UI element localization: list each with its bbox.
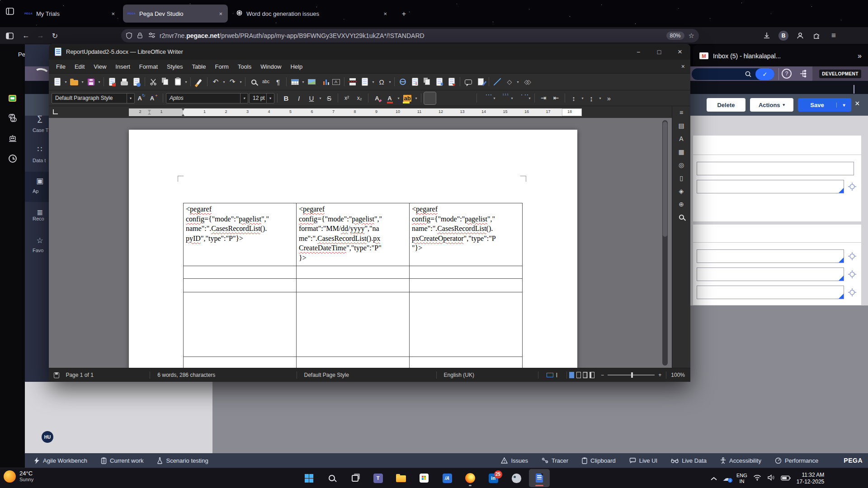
onedrive-cloud-icon[interactable]: ☁i (723, 474, 731, 483)
zoom-out-icon[interactable]: − (601, 372, 604, 378)
open-dropdown[interactable] (80, 76, 85, 88)
volume-icon[interactable] (767, 474, 775, 483)
property-input-5[interactable] (697, 286, 844, 299)
formatting-marks-button[interactable]: ¶ (272, 76, 284, 88)
superscript-button[interactable]: x² (341, 92, 353, 104)
new-style-button[interactable]: A＋ (148, 92, 160, 104)
indent-marker-bottom[interactable] (181, 114, 185, 117)
libreoffice-writer-taskbar-icon[interactable] (529, 469, 550, 487)
extension-b-icon[interactable]: B (777, 29, 790, 42)
tracking-shield-icon[interactable] (126, 32, 133, 39)
menu-edit[interactable]: Edit (70, 63, 89, 70)
page-icon[interactable]: ▯ (679, 174, 683, 182)
print-button[interactable] (118, 76, 130, 88)
line-spacing-button[interactable]: ↕ (568, 92, 580, 104)
find-icon[interactable] (679, 214, 684, 221)
close-document-icon[interactable]: × (681, 63, 685, 70)
issues-button[interactable]: Issues (501, 457, 528, 464)
microsoft-store-icon[interactable] (414, 469, 434, 487)
print-preview-button[interactable] (131, 76, 142, 88)
performance-button[interactable]: Performance (775, 457, 818, 464)
properties-icon[interactable]: ▤ (678, 122, 684, 129)
document-table[interactable]: <pegarefconfig={"mode":"pagelist","name"… (183, 203, 523, 368)
weather-widget[interactable]: 24°C Sunny (4, 470, 33, 483)
word-count[interactable]: 6 words, 286 characters (157, 372, 296, 378)
table-cell-r2c2[interactable] (297, 266, 410, 279)
new-tab-button[interactable]: + (398, 8, 410, 20)
panel-collapse-chevron-icon[interactable] (854, 85, 854, 93)
tab-close-icon[interactable]: × (110, 10, 116, 17)
bullet-list-button[interactable] (480, 92, 491, 104)
font-name-combo[interactable]: Aptos (166, 93, 248, 103)
insert-bookmark-button[interactable] (421, 76, 433, 88)
find-replace-button[interactable] (248, 76, 259, 88)
tab-overflow-chevrons-icon[interactable]: » (858, 52, 862, 60)
taskbar-clock[interactable]: 11:32 AM 17-12-2025 (797, 472, 824, 485)
menu-help[interactable]: Help (286, 63, 307, 70)
table-cell-r5c3[interactable] (410, 357, 523, 368)
lock-icon[interactable] (137, 32, 144, 39)
sidebar-tab-pega-favicon[interactable] (0, 95, 25, 102)
table-cell-r1c2[interactable]: <pegarefconfig={"mode":"pagelist","forma… (297, 203, 410, 266)
table-cell-r2c1[interactable] (184, 266, 297, 279)
avatar-hu-badge[interactable]: HU (42, 431, 53, 443)
line-spacing-dropdown[interactable] (580, 92, 585, 104)
paragraph-style-combo[interactable]: Default Paragraph Style (52, 93, 135, 103)
zoom-in-icon[interactable]: + (658, 372, 661, 378)
outline-list-dropdown[interactable] (528, 92, 532, 104)
insert-comment-button[interactable] (462, 76, 474, 88)
align-left-button[interactable] (424, 92, 436, 104)
tab-close-icon[interactable]: × (218, 10, 223, 17)
menu-form[interactable]: Form (210, 63, 233, 70)
highlight-dropdown[interactable] (414, 92, 418, 104)
table-cell-r1c3[interactable]: <pegarefconfig={"mode":"pagelist","name"… (410, 203, 523, 266)
property-input-4[interactable] (697, 267, 844, 281)
redo-dropdown[interactable] (239, 76, 243, 88)
cut-button[interactable] (147, 76, 159, 88)
tab-sidebar-toggle-icon[interactable] (4, 5, 16, 17)
firefox-icon[interactable] (460, 469, 481, 487)
text-language[interactable]: English (UK) (444, 372, 538, 378)
insert-table-button[interactable] (289, 76, 301, 88)
table-cell-r3c2[interactable] (297, 279, 410, 292)
basic-shapes-dropdown[interactable] (516, 76, 520, 88)
close-button[interactable]: × (670, 44, 690, 60)
page-break-button[interactable] (347, 76, 359, 88)
current-work-button[interactable]: Current work (101, 457, 143, 464)
downloads-icon[interactable] (760, 29, 773, 42)
numbered-list-dropdown[interactable] (510, 92, 514, 104)
menu-tools[interactable]: Tools (233, 63, 256, 70)
paste-dropdown[interactable] (184, 76, 188, 88)
tracer-button[interactable]: Tracer (542, 457, 568, 464)
new-document-dropdown[interactable] (64, 76, 68, 88)
back-icon[interactable]: ← (20, 30, 32, 42)
bullet-list-dropdown[interactable] (492, 92, 496, 104)
table-cell-r3c3[interactable] (410, 279, 523, 292)
document-page[interactable]: <pegarefconfig={"mode":"pagelist","name"… (129, 130, 577, 368)
page-style[interactable]: Default Page Style (304, 372, 436, 378)
language-indicator[interactable]: ENGIN (736, 473, 747, 484)
page-count[interactable]: Page 1 of 1 (66, 372, 150, 378)
font-size-combo[interactable]: 12 pt (249, 93, 274, 103)
insert-footnote-button[interactable] (409, 76, 421, 88)
app-menu-icon[interactable]: ≡ (827, 29, 840, 42)
table-cell-r2c3[interactable] (410, 266, 523, 279)
toolbar-overflow-button[interactable]: » (603, 92, 615, 104)
extensions-icon[interactable] (811, 29, 823, 42)
table-cell-r4c3[interactable] (410, 292, 523, 357)
help-icon[interactable]: ? (782, 69, 792, 79)
ai-robot-icon[interactable] (0, 134, 25, 143)
scenario-testing-button[interactable]: Scenario testing (157, 457, 208, 464)
character-styles-icon[interactable]: A (679, 135, 683, 142)
insert-chart-button[interactable] (318, 76, 330, 88)
insert-image-button[interactable] (306, 76, 317, 88)
table-cell-r3c1[interactable] (184, 279, 297, 292)
wifi-icon[interactable] (753, 474, 761, 483)
cross-reference-button[interactable] (434, 76, 445, 88)
agile-workbench-button[interactable]: Agile Workbench (34, 457, 87, 464)
new-document-button[interactable] (52, 76, 63, 88)
url-bar[interactable]: r2nvr7ne.pegace.net/prweb/PRAuth/app/my-… (121, 29, 699, 42)
menu-table[interactable]: Table (187, 63, 210, 70)
update-style-button[interactable]: A↻ (136, 92, 147, 104)
gallery-icon[interactable]: ▦ (678, 148, 684, 155)
